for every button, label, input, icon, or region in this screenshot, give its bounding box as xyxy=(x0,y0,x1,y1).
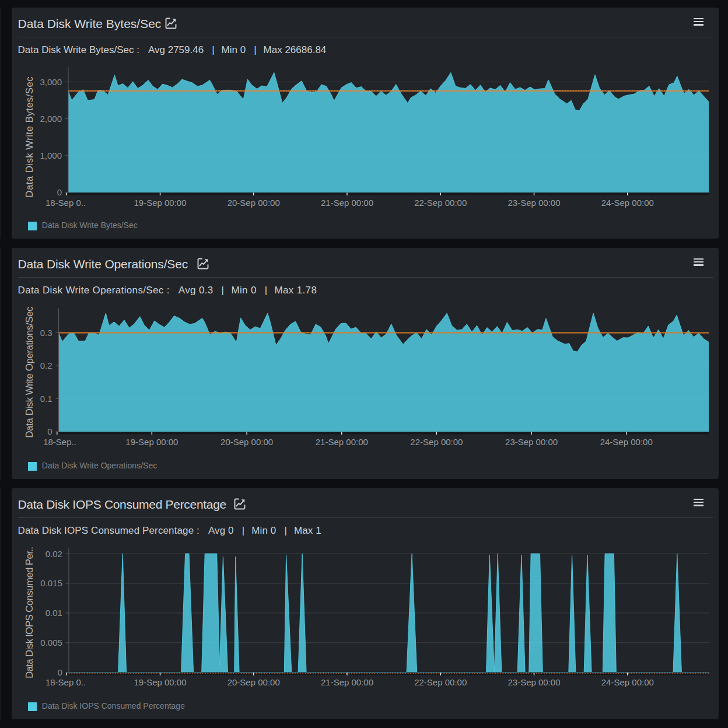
svg-text:18-Sep..: 18-Sep.. xyxy=(43,437,76,447)
svg-text:0.2: 0.2 xyxy=(40,360,52,370)
svg-text:0: 0 xyxy=(47,426,52,436)
svg-text:24-Sep 00:00: 24-Sep 00:00 xyxy=(601,198,654,208)
svg-text:20-Sep 00:00: 20-Sep 00:00 xyxy=(228,677,280,687)
svg-text:22-Sep 00:00: 22-Sep 00:00 xyxy=(414,677,467,687)
svg-text:Data Disk Write Operations/Sec: Data Disk Write Operations/Sec xyxy=(24,306,35,438)
svg-text:21-Sep 00:00: 21-Sep 00:00 xyxy=(316,437,368,447)
svg-text:1,000: 1,000 xyxy=(40,150,62,160)
svg-text:Data Disk IOPS Consumed Per..: Data Disk IOPS Consumed Per.. xyxy=(24,547,35,678)
svg-text:0.01: 0.01 xyxy=(46,608,62,618)
svg-text:18-Sep 0..: 18-Sep 0.. xyxy=(46,677,86,687)
svg-text:18-Sep 0..: 18-Sep 0.. xyxy=(46,198,86,208)
svg-text:20-Sep 00:00: 20-Sep 00:00 xyxy=(228,198,280,208)
svg-text:3,000: 3,000 xyxy=(40,77,62,87)
svg-text:0.3: 0.3 xyxy=(40,328,52,338)
svg-text:0.005: 0.005 xyxy=(40,638,62,648)
svg-text:22-Sep 00:00: 22-Sep 00:00 xyxy=(414,198,467,208)
svg-text:0.02: 0.02 xyxy=(46,549,62,559)
svg-text:0: 0 xyxy=(58,667,62,677)
svg-text:19-Sep 00:00: 19-Sep 00:00 xyxy=(134,198,186,208)
svg-text:19-Sep 00:00: 19-Sep 00:00 xyxy=(125,437,178,447)
svg-text:0: 0 xyxy=(57,187,62,197)
svg-text:23-Sep 00:00: 23-Sep 00:00 xyxy=(508,198,560,208)
svg-text:2,000: 2,000 xyxy=(40,114,62,124)
svg-text:21-Sep 00:00: 21-Sep 00:00 xyxy=(321,677,373,687)
svg-text:24-Sep 00:00: 24-Sep 00:00 xyxy=(600,437,653,447)
svg-text:0.015: 0.015 xyxy=(40,578,62,588)
svg-text:Data Disk Write Bytes/Sec: Data Disk Write Bytes/Sec xyxy=(24,76,35,198)
svg-text:22-Sep 00:00: 22-Sep 00:00 xyxy=(410,437,463,447)
svg-text:23-Sep 00:00: 23-Sep 00:00 xyxy=(508,677,560,687)
svg-text:23-Sep 00:00: 23-Sep 00:00 xyxy=(505,437,558,447)
svg-text:21-Sep 00:00: 21-Sep 00:00 xyxy=(321,198,373,208)
svg-text:20-Sep 00:00: 20-Sep 00:00 xyxy=(220,437,273,447)
svg-text:0.1: 0.1 xyxy=(40,394,52,404)
svg-text:19-Sep 00:00: 19-Sep 00:00 xyxy=(134,677,186,687)
svg-text:24-Sep 00:00: 24-Sep 00:00 xyxy=(601,677,654,687)
